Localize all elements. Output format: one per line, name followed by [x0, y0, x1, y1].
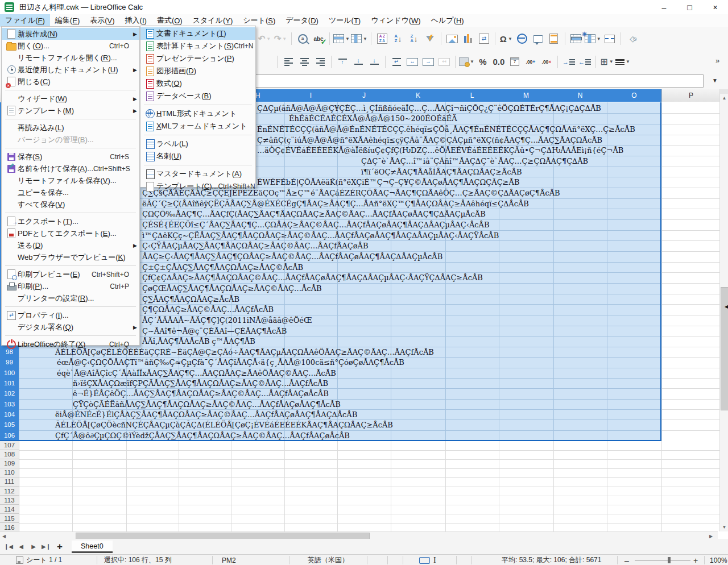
file-menu-item-15[interactable]: リモートファイルを保存(V)...: [2, 175, 139, 186]
cell-text-row[interactable]: Ç¶ÇΩÅAÇ≥ÅAÇ©ÅAÇ…ÅAÇfÅcÅB: [142, 305, 274, 314]
add-sheet-button[interactable]: +: [52, 541, 67, 552]
file-menu-item-11[interactable]: バージョンの管理(B)...: [2, 134, 139, 146]
cell-text-row[interactable]: Ç∑ÅAÇ¶ÅAÇΩÅAÇ≥ÅcÅB: [142, 294, 239, 304]
draw-functions-icon[interactable]: ◇○: [624, 31, 639, 47]
new-submenu-item-3[interactable]: プレゼンテーション(P): [140, 52, 255, 65]
zoom-out-icon[interactable]: –: [624, 555, 629, 565]
pivot-table-icon[interactable]: ⇄: [477, 31, 491, 47]
horizontal-scrollbar[interactable]: ◀ ▶: [0, 531, 718, 539]
maximize-button[interactable]: □: [677, 0, 702, 14]
row-header-112[interactable]: 112: [0, 487, 19, 496]
hidden-dropdown-icon[interactable]: [259, 54, 274, 70]
sheet-tab-active[interactable]: Sheet0: [72, 541, 113, 553]
new-submenu-item-8[interactable]: HTML形式ドキュメント: [140, 107, 255, 120]
menubar-item-7[interactable]: シート(S): [238, 14, 280, 27]
zoom-slider-handle[interactable]: [668, 557, 671, 563]
align-top-icon[interactable]: ↑: [335, 54, 350, 70]
new-submenu-item-12[interactable]: 名刺(U): [140, 150, 255, 163]
cell-text-row-105[interactable]: ÃÉLÉÖÅ[ÇøÇÖècñNÇÉÇÅAÇµÇàÇÃÇΔ(ÉLÉÖÅ[ÇøÇ¡É…: [55, 420, 393, 430]
decrease-indent-icon[interactable]: ←: [577, 54, 592, 70]
number-format-icon[interactable]: 0.0: [491, 54, 506, 70]
new-submenu-item-6[interactable]: データベース(B): [140, 90, 255, 102]
insert-chart-icon[interactable]: [461, 31, 475, 47]
file-menu-item-14[interactable]: 名前を付けて保存(A)...Ctrl+Shift+S: [2, 163, 139, 175]
row-header-116[interactable]: 116: [0, 523, 19, 531]
unmerge-cells-icon[interactable]: ↤: [437, 54, 452, 70]
insert-image-icon[interactable]: [445, 31, 460, 47]
column-header-M[interactable]: M: [499, 89, 554, 102]
column-header-L[interactable]: L: [445, 89, 499, 102]
menubar-item-4[interactable]: 挿入(I): [120, 14, 152, 27]
comment-icon[interactable]: [531, 31, 545, 47]
cell-text-row-99[interactable]: éœÅ@Ç‹ÇΩÇÕÅAÇTï™âñÇ‰Ç≈ÇµÇfà¯Ç´ÅAÇïÅAÇÅ‹ä…: [57, 358, 404, 367]
column-header-K[interactable]: K: [391, 89, 446, 102]
column-header-O[interactable]: O: [607, 89, 662, 102]
increase-indent-icon[interactable]: →: [561, 54, 576, 70]
file-menu-item-5[interactable]: 閉じる(C): [2, 76, 139, 88]
file-menu-item-2[interactable]: 開く(O)...Ctrl+O: [2, 40, 139, 52]
menubar-item-3[interactable]: 表示(V): [85, 14, 119, 27]
borders-icon[interactable]: ⊞▼: [599, 54, 614, 70]
header-footer-icon[interactable]: [547, 31, 561, 47]
redo-icon[interactable]: ↷▼: [273, 31, 288, 47]
file-menu-item-19[interactable]: エクスポート(T)...: [2, 215, 139, 227]
merge-cells-icon[interactable]: →: [421, 54, 436, 70]
cell-text-row[interactable]: …äÒÇ¢ÉVÉáÉEÉEÉKÅ@àÏëßíuÇ¢ÇfÇ(ǶDZÇ…êÖÅEÉV…: [257, 146, 623, 155]
column-header-P[interactable]: P: [661, 89, 719, 102]
column-header-N[interactable]: N: [553, 89, 607, 102]
cell-text-row-101[interactable]: ñ›ïšÇXÅAÇΩæïfÇPÇÃÅAÇ∑ÅAÇ¶ÅAÇΩÅAÇ≥ÅAÇ©ÅAÇ…: [73, 379, 328, 388]
cell-text-row-100[interactable]: éqè`Å@AîÂÇîcÇ´ÅAàÍÏxÅAÇ∑ÅAÇ¶Ç…ÅAÇΩÅAÇ≥ÅA…: [57, 368, 336, 378]
delete-decimal-icon[interactable]: .00×: [539, 54, 554, 70]
row-header-114[interactable]: 114: [0, 505, 19, 514]
vertical-scrollbar[interactable]: ▲ ◀ ▼: [719, 89, 728, 531]
undo-icon[interactable]: ↶▼: [257, 31, 272, 47]
previous-sheet-icon[interactable]: ◀: [15, 543, 27, 550]
special-character-icon[interactable]: Ω▼: [499, 31, 514, 47]
menubar-item-6[interactable]: スタイル(Y): [188, 14, 238, 27]
cell-text-row[interactable]: ÇfÇ¢Ç∆ÅAÇ≥ÅAÇ¶ÅAÇΩÅAÇ©ÅAÇ…ÅAÇfÅAÇøÅAÇ¶ÅA…: [142, 273, 483, 282]
cell-text-row[interactable]: ëÂÇ´Ç≥Ç(ÅAîñêÿÇËÇÃÅAÇ∑Å@ÉXÉCÉgÇ¶ÅAÇ≥ÅAÇ¶…: [142, 199, 529, 209]
last-sheet-icon[interactable]: ▶❙: [40, 543, 52, 550]
file-menu-item-21[interactable]: 送る(D)▶: [2, 239, 139, 251]
scroll-down-icon[interactable]: ▼: [720, 523, 728, 531]
file-menu-item-13[interactable]: 保存(S)Ctrl+S: [2, 151, 139, 163]
new-submenu-item-1[interactable]: 文書ドキュメント(T): [140, 27, 255, 40]
cell-text-row[interactable]: ÉhÉâÉCÉAÉCÉXÅ@Å@Å@150~200ÉOÉâÉÄ: [289, 114, 457, 123]
row-header-104[interactable]: 104: [0, 409, 19, 420]
hyperlink-icon[interactable]: [515, 31, 530, 47]
file-menu-item-10[interactable]: 再読み込み(L): [2, 122, 139, 134]
sort-descending-icon[interactable]: ZA↓: [407, 31, 421, 47]
row-header-102[interactable]: 102: [0, 388, 19, 399]
cell-text-row[interactable]: Ç≠âñÇ(ç¨iúÅ@Å@Å@ñ°ëXÅAêhéqï≤çÿÇÃâ¨ÅAÇ©ÇÁ…: [257, 135, 602, 145]
row-header-109[interactable]: 109: [0, 459, 19, 468]
zoom-in-icon[interactable]: +: [693, 555, 698, 565]
menubar-item-9[interactable]: ツール(T): [324, 14, 366, 27]
currency-format-icon[interactable]: ▼: [459, 54, 474, 70]
column-header-J[interactable]: J: [337, 89, 391, 102]
status-language[interactable]: 英語（米国）: [308, 555, 349, 565]
row-header-103[interactable]: 103: [0, 399, 19, 410]
minimize-button[interactable]: –: [651, 0, 677, 14]
align-right-icon[interactable]: [313, 54, 328, 70]
cell-text-row[interactable]: ÉWÉFÉbÉ|ÇÕÅAëäǨ(ñ°ëXÇiÉ™Ç¬Ç–Ç¥Ç©ÅAÇøÅAÇ¶…: [257, 177, 519, 187]
cell-text-row[interactable]: ÇΔÇµ(âñÅ@Å@Ã@Ç¥ÇÈÇ…ì¸ÇÍñßñóeäÎÇ…Ç…ÅAÇî¬ñ…: [257, 103, 601, 113]
file-menu-item-3[interactable]: リモートファイルを開く(R)...: [2, 52, 139, 64]
cell-text-row[interactable]: ÅÇ´ÅÄÅAÅ~ÅÄÇ¶Ç]Ç(2011iNÅ@åãâ@êÖéŒ: [142, 315, 312, 325]
cell-text-row[interactable]: ÇΔÇ¯è`ÅAÇ…î™iâ¨ÇÃñî™ÅAÇΔÇ¯è`ÅAÇ…Ç≥ÇΩÅAÇ¶…: [361, 156, 588, 166]
file-menu-item-1[interactable]: 新規作成(N)▶: [2, 28, 139, 40]
cell-text-row[interactable]: ÇΩÇÕ‰ÅAÇ¶Ç…ÅAÇfÇ(ÅAÇ∑ÅAÇ¶ÅAÇΩÅAÇ≥ÅAÇ©ÅAÇ…: [142, 209, 486, 219]
formula-input[interactable]: [181, 74, 704, 88]
cell-text-row[interactable]: ÇøÇŒÅAÇ∑ÅAÇ¶ÅAÇΩÅAÇ≥ÅAÇ©ÅAÇ…ÅcÅB: [142, 284, 322, 293]
menubar-item-8[interactable]: データ(D): [280, 14, 324, 27]
autofilter-icon[interactable]: [423, 31, 437, 47]
file-menu-item-31[interactable]: LibreOfficeの終了(X)Ctrl+Q: [2, 338, 139, 350]
center-vertically-icon[interactable]: ↕: [351, 54, 366, 70]
align-center-icon[interactable]: [297, 54, 312, 70]
split-window-icon[interactable]: [602, 31, 617, 47]
cell-text-row[interactable]: Ç~ÅAî¶ê¬Å@ç¨ÇÈÅAî—ÇÉÅAÇ¶ÅcÅB: [142, 326, 287, 336]
toolbar-overflow-chevron[interactable]: »: [715, 56, 719, 65]
border-style-icon[interactable]: ▼: [615, 54, 630, 70]
new-submenu-item-4[interactable]: 図形描画(D): [140, 65, 255, 77]
row-header-108[interactable]: 108: [0, 450, 19, 459]
first-sheet-icon[interactable]: ❙◀: [2, 543, 15, 550]
